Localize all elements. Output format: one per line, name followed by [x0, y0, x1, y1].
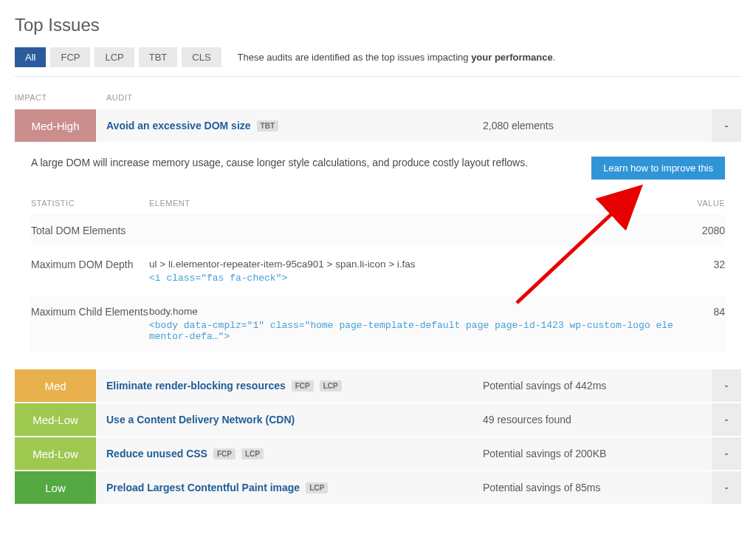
- impact-badge: Med: [15, 369, 96, 402]
- stat-row: Maximum Child Elements body.home <body d…: [31, 295, 725, 353]
- stat-row: Total DOM Elements 2080: [31, 213, 725, 247]
- stat-element: body.home <body data-cmplz="1" class="ho…: [149, 306, 673, 342]
- stat-name: Maximum DOM Depth: [31, 259, 149, 270]
- stat-element: ul > li.elementor-repeater-item-95ca901 …: [149, 259, 673, 284]
- issue-value: 2,080 elements: [483, 109, 712, 142]
- chevron-down-icon: [722, 415, 731, 424]
- stat-name: Maximum Child Elements: [31, 306, 149, 318]
- metric-tag: LCP: [306, 482, 328, 493]
- expand-toggle[interactable]: [712, 471, 741, 504]
- stat-value: 32: [673, 259, 725, 270]
- expand-toggle[interactable]: [712, 403, 741, 436]
- stat-value: 2080: [673, 225, 725, 236]
- audit-name[interactable]: Reduce unused CSS: [106, 448, 207, 459]
- issue-row[interactable]: Med-LowUse a Content Delivery Network (C…: [15, 403, 741, 436]
- learn-how-button[interactable]: Learn how to improve this: [591, 157, 725, 180]
- issue-row[interactable]: MedEliminate render-blocking resourcesFC…: [15, 369, 741, 402]
- metric-filter-tabs: All FCP LCP TBT CLS These audits are ide…: [15, 47, 741, 77]
- col-header-audit: AUDIT: [96, 93, 483, 102]
- audit-name[interactable]: Use a Content Delivery Network (CDN): [106, 414, 295, 425]
- statistics-table: STATISTIC ELEMENT VALUE Total DOM Elemen…: [31, 193, 725, 353]
- tab-fcp[interactable]: FCP: [50, 47, 90, 67]
- chevron-down-icon: [722, 449, 731, 458]
- metric-tag: LCP: [320, 380, 342, 392]
- expand-toggle[interactable]: [712, 369, 741, 402]
- issue-value: Potential savings of 442ms: [483, 369, 712, 402]
- issue-value: 49 resources found: [483, 403, 712, 436]
- chevron-up-icon: [722, 121, 731, 130]
- page-title: Top Issues: [15, 15, 741, 35]
- chevron-down-icon: [722, 483, 731, 492]
- tab-lcp[interactable]: LCP: [94, 47, 134, 67]
- impact-badge: Med-Low: [15, 437, 96, 470]
- stat-name: Total DOM Elements: [31, 225, 149, 236]
- expand-toggle[interactable]: [712, 437, 741, 470]
- issue-detail: A large DOM will increase memory usage, …: [15, 143, 741, 369]
- impact-badge: Med-Low: [15, 403, 96, 436]
- audit-name[interactable]: Avoid an excessive DOM size: [106, 120, 251, 131]
- issue-value: Potential savings of 200KB: [483, 437, 712, 470]
- metric-tag: FCP: [292, 380, 314, 392]
- impact-badge: Med-High: [15, 109, 96, 142]
- tab-cls[interactable]: CLS: [182, 47, 221, 67]
- issue-description: A large DOM will increase memory usage, …: [31, 157, 528, 168]
- tab-all[interactable]: All: [15, 47, 46, 67]
- issue-value: Potential savings of 85ms: [483, 471, 712, 504]
- metric-tag: LCP: [241, 448, 264, 459]
- stat-value: 84: [673, 306, 725, 318]
- metric-tag: FCP: [213, 448, 236, 459]
- col-header-impact: IMPACT: [15, 93, 96, 102]
- stat-col-value: VALUE: [673, 199, 725, 208]
- tabs-description: These audits are identified as the top i…: [238, 52, 556, 63]
- audit-name[interactable]: Eliminate render-blocking resources: [106, 380, 286, 392]
- metric-tag: TBT: [257, 120, 278, 131]
- audit-name[interactable]: Preload Largest Contentful Paint image: [106, 482, 300, 493]
- impact-badge: Low: [15, 471, 96, 504]
- issue-row-expanded[interactable]: Med-High Avoid an excessive DOM size TBT…: [15, 109, 741, 142]
- issues-header: IMPACT AUDIT: [15, 89, 741, 109]
- chevron-down-icon: [722, 381, 731, 390]
- collapse-toggle[interactable]: [712, 109, 741, 142]
- stat-row: Maximum DOM Depth ul > li.elementor-repe…: [31, 247, 725, 295]
- stat-col-element: ELEMENT: [149, 199, 673, 208]
- issue-row[interactable]: LowPreload Largest Contentful Paint imag…: [15, 471, 741, 504]
- stat-col-statistic: STATISTIC: [31, 199, 149, 208]
- issue-row[interactable]: Med-LowReduce unused CSSFCPLCPPotential …: [15, 437, 741, 470]
- tab-tbt[interactable]: TBT: [139, 47, 178, 67]
